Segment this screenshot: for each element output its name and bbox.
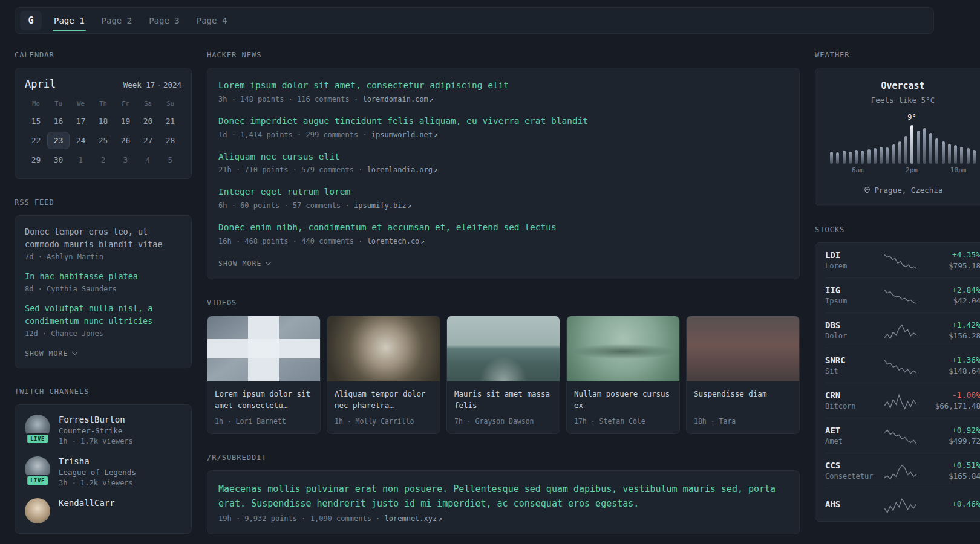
subreddit-card: Maecenas mollis pulvinar erat non posuer…	[207, 470, 800, 534]
rss-item: In hac habitasse platea 8d · Cynthia Sau…	[25, 270, 181, 293]
calendar-day: 25	[92, 132, 114, 149]
stock-change: +2.84%	[923, 285, 980, 294]
rss-show-more-button[interactable]: SHOW MORE	[25, 349, 77, 358]
channel-name[interactable]: KendallCarr	[59, 498, 115, 508]
stock-name: Lorem	[825, 262, 878, 270]
video-title[interactable]: Suspendisse diam	[694, 388, 792, 412]
tab-page-1[interactable]: Page 1	[54, 8, 85, 33]
weather-hour-bar	[886, 147, 889, 164]
subreddit-source-link[interactable]: loremnet.xyz↗	[385, 514, 442, 523]
videos-widget-title: Videos	[207, 299, 800, 307]
video-title[interactable]: Nullam posuere cursus ex	[574, 388, 672, 412]
stock-sparkline	[884, 357, 916, 375]
video-thumbnail[interactable]	[687, 316, 799, 381]
subreddit-widget-title: /r/Subreddit	[207, 453, 800, 462]
stock-change: +0.92%	[923, 426, 980, 435]
stock-row[interactable]: CCSConsectetur +0.51%$165.84	[825, 453, 980, 488]
hn-source-link[interactable]: loremtech.co↗	[367, 237, 425, 245]
stock-symbol: IIG	[825, 285, 878, 295]
channel-viewers: 3h · 1.2k viewers	[59, 479, 136, 487]
stock-price: $165.84	[923, 471, 980, 481]
stock-sparkline	[884, 287, 916, 305]
weather-widget-title: Weather	[815, 51, 980, 59]
tab-page-2[interactable]: Page 2	[102, 8, 132, 33]
video-thumbnail[interactable]	[207, 316, 320, 381]
rss-widget-title: RSS Feed	[15, 198, 192, 207]
hn-item-title[interactable]: Lorem ipsum dolor sit amet, consectetur …	[218, 79, 788, 92]
calendar-day: 17	[70, 112, 92, 130]
video-title[interactable]: Aliquam tempor dolor nec pharetra…	[335, 388, 433, 412]
calendar-weekday: Tu	[47, 96, 70, 111]
video-thumbnail[interactable]	[327, 316, 440, 381]
video-thumbnail[interactable]	[447, 316, 560, 381]
video-card[interactable]: Lorem ipsum dolor sit amet consectetu… 1…	[207, 316, 321, 434]
weather-peak-temp: 9°	[907, 113, 916, 121]
twitch-channel[interactable]: KendallCarr	[25, 498, 181, 523]
hn-item-title[interactable]: Donec enim nibh, condimentum et accumsan…	[218, 221, 788, 235]
calendar-day: 2	[92, 151, 114, 169]
hn-item-title[interactable]: Aliquam nec cursus elit	[218, 151, 788, 164]
stock-name: Consectetur	[825, 472, 878, 481]
video-title[interactable]: Lorem ipsum dolor sit amet consectetu…	[215, 388, 313, 412]
external-link-icon: ↗	[434, 166, 438, 174]
hn-item-title[interactable]: Integer eget rutrum lorem	[218, 186, 788, 199]
stock-price: $499.72	[923, 436, 980, 445]
twitch-channel[interactable]: LIVE ForrestBurton Counter-Strike 1h · 1…	[25, 415, 181, 445]
video-card[interactable]: Mauris sit amet massa felis 7h · Grayson…	[446, 316, 560, 434]
stock-row[interactable]: DBSDolor +1.42%$156.28	[825, 312, 980, 348]
stock-name: Ipsum	[825, 297, 878, 305]
calendar-day: 23	[47, 132, 70, 149]
stock-price: $148.64	[923, 366, 980, 375]
channel-name[interactable]: ForrestBurton	[59, 415, 125, 424]
tab-page-4[interactable]: Page 4	[197, 8, 227, 33]
weather-hour-bar	[973, 150, 976, 164]
hn-source-link[interactable]: loremlandia.org↗	[367, 166, 438, 174]
subreddit-post: Maecenas mollis pulvinar erat non posuer…	[218, 482, 788, 523]
rss-item: Sed volutpat nulla nisl, a condimentum n…	[25, 302, 181, 338]
hn-item-title[interactable]: Donec imperdiet augue tincidunt felis al…	[218, 115, 788, 128]
channel-name[interactable]: Trisha	[59, 456, 90, 466]
twitch-channel[interactable]: LIVE Trisha League of Legends 3h · 1.2k …	[25, 456, 181, 487]
subreddit-post-title[interactable]: Maecenas mollis pulvinar erat non posuer…	[218, 482, 788, 511]
stock-price: $42.04	[923, 296, 980, 305]
hn-source-link[interactable]: ipsumworld.net↗	[371, 131, 438, 139]
hn-item: Aliquam nec cursus elit 21h · 710 points…	[218, 151, 788, 175]
app-logo[interactable]: G	[20, 11, 42, 30]
calendar-day: 1	[70, 151, 92, 169]
weather-hour-bar	[967, 148, 970, 164]
video-card[interactable]: Suspendisse diam 18h · Tara	[686, 316, 800, 434]
stock-row[interactable]: LDILorem +4.35%$795.18	[825, 243, 980, 277]
rss-item-title[interactable]: In hac habitasse platea	[25, 270, 181, 283]
rss-widget: RSS Feed Donec tempor eros leo, ut commo…	[15, 198, 192, 368]
stock-row[interactable]: IIGIpsum +2.84%$42.04	[825, 277, 980, 312]
videos-row: Lorem ipsum dolor sit amet consectetu… 1…	[207, 316, 800, 434]
videos-widget: Videos Lorem ipsum dolor sit amet consec…	[207, 299, 800, 434]
stocks-widget: Stocks LDILorem +4.35%$795.18 IIGIpsum +…	[815, 225, 980, 522]
weather-hour-bar	[935, 138, 938, 164]
stock-symbol: DBS	[825, 320, 878, 330]
stock-row[interactable]: SNRCSit +1.36%$148.64	[825, 348, 980, 383]
hn-show-more-button[interactable]: SHOW MORE	[218, 259, 270, 268]
calendar-weekday: We	[70, 96, 92, 111]
hn-source-domain: loremlandia.org	[367, 166, 433, 174]
stock-symbol: AET	[825, 426, 878, 435]
hn-source-link[interactable]: ipsumify.biz↗	[354, 201, 411, 210]
weather-hour-bar	[942, 141, 945, 164]
rss-item-title[interactable]: Sed volutpat nulla nisl, a condimentum n…	[25, 302, 181, 328]
rss-item-title[interactable]: Donec tempor eros leo, ut commodo mauris…	[25, 225, 181, 251]
weather-chart: 9° 6am2pm10pm	[830, 113, 976, 176]
video-card[interactable]: Nullam posuere cursus ex 17h · Stefan Co…	[566, 316, 680, 434]
right-column: Weather Overcast Feels like 5°C 9° 6am2p…	[815, 51, 980, 541]
hn-item: Donec enim nibh, condimentum et accumsan…	[218, 221, 788, 245]
calendar-day: 26	[114, 132, 137, 149]
stock-row[interactable]: CRNBitcorn -1.00%$66,171.48	[825, 383, 980, 418]
tab-page-3[interactable]: Page 3	[149, 8, 180, 33]
hn-source-link[interactable]: loremdomain.com↗	[362, 95, 433, 103]
live-badge: LIVE	[26, 475, 49, 486]
video-title[interactable]: Mauris sit amet massa felis	[454, 388, 552, 412]
stock-row[interactable]: AETAmet +0.92%$499.72	[825, 418, 980, 453]
video-thumbnail[interactable]	[567, 316, 679, 381]
video-card[interactable]: Aliquam tempor dolor nec pharetra… 1h · …	[327, 316, 440, 434]
channel-avatar: LIVE	[25, 415, 50, 440]
stock-row[interactable]: AHS +0.46%	[825, 488, 980, 521]
